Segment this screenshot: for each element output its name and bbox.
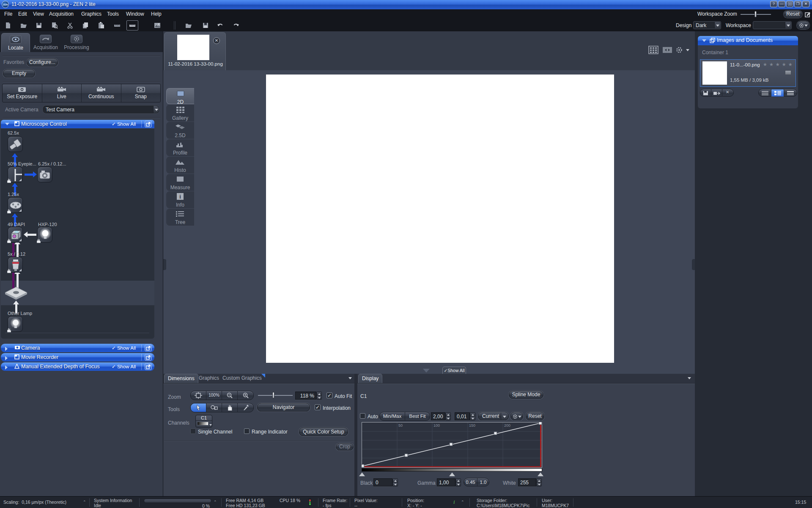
menu-tools[interactable]: Tools [107,11,119,17]
display-gear-button[interactable] [510,412,523,420]
export-item-button[interactable] [711,89,722,97]
current-select[interactable]: Current [478,412,509,420]
undock-icon[interactable] [145,354,152,361]
spline-mode-button[interactable]: Spline Mode [509,391,543,399]
white-point-marker[interactable] [538,472,543,476]
design-select[interactable]: Dark [693,21,721,29]
show-all-microscope[interactable]: ✓ Show All [112,121,136,127]
zoom-region-tool-button[interactable] [206,403,222,412]
snap-button[interactable]: Snap [121,84,161,102]
zoom-fit-button[interactable] [191,391,206,400]
active-camera-select[interactable]: Test Camera [42,105,160,114]
paste-icon[interactable] [97,22,105,29]
print-preview-icon[interactable] [51,22,58,29]
collapse-bottom-caret[interactable] [423,369,430,373]
cut-icon[interactable] [66,22,74,29]
scaling-toggle-icon[interactable] [126,20,138,30]
zoom-out-button[interactable] [222,391,238,400]
dual-monitor-button[interactable]: ▯▯ [786,1,793,7]
zoom-slider[interactable] [258,395,293,396]
tab-display[interactable]: Display [358,374,382,383]
tab-dimensions[interactable]: Dimensions [164,374,198,383]
bestfit-value1-spinner[interactable] [445,412,451,420]
black-point-marker[interactable] [359,472,365,476]
menu-window[interactable]: Window [126,11,144,17]
pan-tool-button[interactable] [222,403,238,412]
container-gear-icon[interactable] [676,47,683,55]
color-picker-tool-button[interactable] [238,403,253,412]
empty-button[interactable]: Empty [3,69,35,77]
tab-locate[interactable]: Locate [1,33,30,52]
gamma-marker[interactable] [449,472,455,476]
image-item-checkbox[interactable] [785,70,791,75]
reset-button[interactable]: Reset [526,412,544,420]
menu-graphics[interactable]: Graphics [81,11,102,17]
workspace-caret[interactable] [785,22,791,28]
show-all-camera[interactable]: ✓ Show All [112,345,136,351]
best-fit-button[interactable]: Best Fit [405,412,430,420]
help-button[interactable]: ? [770,1,777,7]
details-view-button[interactable] [771,89,784,97]
configure-button[interactable]: Configure... [27,58,58,66]
gamma-045-button[interactable]: 0.45 [464,478,477,486]
tab-acquisition[interactable]: Acquisition [31,33,60,52]
white-value-field[interactable]: 255 [518,478,536,486]
live-button[interactable]: Live [42,84,82,102]
edit-workspace-icon[interactable] [805,11,811,17]
close-button[interactable]: ✕ [802,1,809,7]
node-reflector[interactable] [8,227,23,243]
undock-icon[interactable] [145,363,152,370]
bestfit-value1-field[interactable]: 2,00 [431,412,445,420]
node-eyepiece[interactable] [8,167,23,182]
save-item-button[interactable] [700,89,711,97]
redo-icon[interactable] [232,22,240,29]
workspace-zoom-reset-button[interactable]: Reset [784,11,802,18]
scaling-expand-chevron[interactable]: ⌃ [83,500,86,504]
view-tab-info[interactable]: iInfo [166,191,194,208]
progress-expand-chevron[interactable]: ⌃ [214,500,217,504]
tab-processing[interactable]: Processing [61,33,92,52]
min-max-button[interactable]: Min/Max [380,412,405,420]
collapse-right-panel-handle[interactable] [692,259,695,270]
tab-custom-graphics[interactable]: Custom Graphics [219,374,265,383]
section-microscope-control[interactable]: Microscope Control ✓ Show All [1,120,154,128]
zoom-value-spinner[interactable] [316,392,322,400]
ruler-icon[interactable] [113,22,121,29]
single-channel-checkbox[interactable] [190,428,196,434]
save-image-icon[interactable] [202,22,209,29]
view-tab-tree[interactable]: Tree [166,209,194,226]
expand-arrow-icon[interactable] [5,365,8,370]
undo-icon[interactable] [217,22,224,29]
image-icon[interactable] [154,22,161,29]
continuous-button[interactable]: Continuous [82,84,121,102]
undock-icon[interactable] [145,345,152,351]
workspace-gear-button[interactable] [797,21,809,29]
view-tab-gallery[interactable]: Gallery [166,105,194,121]
view-tab-profile[interactable]: Profile [166,139,194,156]
show-all-controls-tab[interactable]: ✓Show All [442,367,466,374]
stage-icon[interactable] [4,286,28,301]
info-expand-chevron[interactable]: ⌃ [461,500,464,504]
node-optovar[interactable] [8,197,23,213]
show-all-edf[interactable]: ✓ Show All [112,364,136,370]
interpolation-checkbox[interactable]: ✓ [315,404,321,410]
copy-icon[interactable] [82,22,89,29]
node-other-lamp[interactable] [8,316,23,332]
panel-options-caret[interactable] [348,377,352,379]
workspace-select[interactable] [753,21,792,29]
image-item-rating[interactable]: ★ ★ ★ ★ ★ [763,62,793,67]
section-camera[interactable]: Camera ✓ Show All [1,344,154,352]
display-curve-chart[interactable]: 50 100 150 200 [362,422,542,468]
menu-file[interactable]: File [4,11,12,17]
workspace-zoom-slider-handle[interactable] [754,11,757,17]
list-view-button[interactable] [759,89,771,97]
set-exposure-button[interactable]: Set Exposure [3,84,42,102]
collapse-left-panel-handle[interactable] [163,259,166,270]
image-list-item[interactable]: 11-0...-00.png ★ ★ ★ ★ ★ 1,55 MB / 3,09 … [700,59,796,87]
tab-graphics[interactable]: Graphics [195,374,222,383]
info-indicator[interactable]: i [453,499,455,505]
open-file-icon[interactable] [20,22,27,29]
close-document-icon[interactable]: ✕ [213,37,220,44]
gamma-spinner[interactable] [455,478,461,486]
white-spinner[interactable] [536,478,542,486]
